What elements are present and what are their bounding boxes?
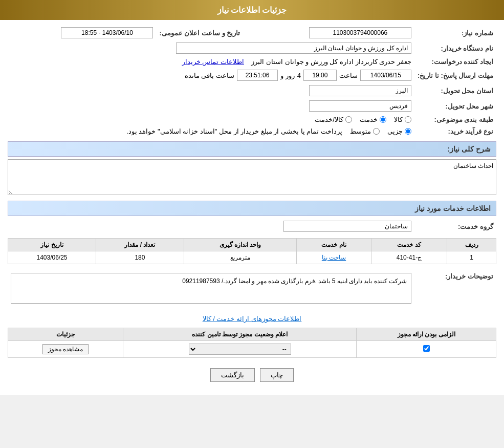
content-area: شماره نیاز: تاریخ و ساعت اعلان عمومی: نا… (0, 20, 504, 395)
service-group-value (8, 219, 414, 234)
purchase-note-text: پرداخت تمام یا بخشی از مبلغ خریدار از مح… (126, 127, 342, 135)
general-desc-header: شرح کلی نیاز: (8, 141, 496, 157)
remaining-label: ساعت باقی مانده (185, 72, 234, 79)
category-radio-khidmat[interactable] (380, 116, 386, 123)
purchase-type-jozii[interactable]: جزیی (387, 127, 411, 135)
purchase-radio-jozii[interactable] (405, 128, 411, 135)
back-button[interactable]: بازگشت (210, 368, 255, 382)
services-table: ردیف کد خدمت نام خدمت واحد اندازه گیری ت… (8, 238, 496, 264)
jozii-label: جزیی (387, 127, 403, 135)
perm-col-required: الزامی بودن ارائه مجوز (357, 328, 496, 341)
table-row: 1 ج-41-410 ساخت بنا مترمربع 180 1403/06/… (8, 251, 496, 264)
perm-col-details: جزئیات (8, 328, 123, 341)
general-desc-area: احداث ساختمان (8, 159, 496, 197)
kala-khidmat-label: کالا/خدمت (315, 116, 343, 123)
perm-status-cell: -- (123, 341, 357, 358)
khidmat-label: خدمت (360, 116, 378, 123)
announcement-date-label: تاریخ و ساعت اعلان عمومی: (156, 25, 250, 40)
purchase-type-label: نوع فرآیند خرید: (414, 125, 496, 137)
date-cell: 1403/06/25 (8, 251, 96, 264)
buyer-org-input[interactable] (176, 42, 411, 54)
print-button[interactable]: چاپ (260, 368, 294, 382)
creator-row: ایجاد کننده درخواست: جعفر حدری کاربرداز … (8, 56, 496, 68)
services-table-head: ردیف کد خدمت نام خدمت واحد اندازه گیری ت… (8, 239, 496, 251)
page-header: جزئیات اطلاعات نیاز (0, 0, 504, 20)
purchase-note-item: پرداخت تمام یا بخشی از مبلغ خریدار از مح… (126, 127, 342, 135)
notice-number-row: شماره نیاز: تاریخ و ساعت اعلان عمومی: (8, 25, 496, 40)
city-input[interactable] (309, 100, 411, 112)
purchase-radio-mutavasit[interactable] (373, 128, 380, 135)
remaining-time-input[interactable] (237, 70, 278, 81)
response-deadline-value: ساعت 4 روز و ساعت باقی مانده (8, 68, 414, 83)
buyer-notes-table: توضیحات خریدار: شرکت کننده باید دارای اب… (8, 268, 496, 308)
category-khidmat[interactable]: خدمت (360, 116, 386, 123)
buyer-org-label: نام دستگاه خریدار: (414, 40, 496, 56)
creator-label: ایجاد کننده درخواست: (414, 56, 496, 68)
col-quantity: تعداد / مقدار (96, 239, 184, 251)
quantity-cell: 180 (96, 251, 184, 264)
buyer-notes-value: شرکت کننده باید دارای ابنیه 5 باشد .فرم … (8, 268, 414, 308)
province-row: استان محل تحویل: (8, 83, 496, 98)
city-value (8, 98, 414, 114)
category-radio-kala-khidmat[interactable] (345, 116, 352, 123)
view-permit-button[interactable]: مشاهده مجوز (42, 344, 89, 354)
notice-number-input[interactable] (309, 27, 411, 38)
service-group-input[interactable] (283, 221, 411, 232)
announcement-date-input[interactable] (61, 27, 153, 38)
purchase-type-row: نوع فرآیند خرید: پرداخت تمام یا بخشی از … (8, 125, 496, 137)
category-label: طبقه بندی موضوعی: (414, 114, 496, 125)
permissions-table-head: الزامی بودن ارائه مجوز اعلام وضعیت مجوز … (8, 328, 496, 341)
service-code-cell: ج-41-410 (371, 251, 447, 264)
notice-number-value (250, 25, 414, 40)
permissions-table: الزامی بودن ارائه مجوز اعلام وضعیت مجوز … (8, 328, 496, 358)
col-row-num: ردیف (447, 239, 496, 251)
bottom-buttons: چاپ بازگشت (8, 360, 496, 390)
response-deadline-row: مهلت ارسال پاسخ: تا تاریخ: ساعت 4 روز و … (8, 68, 496, 83)
permissions-row: -- مشاهده مجوز (8, 341, 496, 358)
col-service-name: نام خدمت (297, 239, 371, 251)
col-service-code: کد خدمت (371, 239, 447, 251)
row-num-cell: 1 (447, 251, 496, 264)
notice-number-label: شماره نیاز: (414, 25, 496, 40)
general-desc-label: شرح کلی نیاز: (448, 145, 491, 153)
permissions-header-row: الزامی بودن ارائه مجوز اعلام وضعیت مجوز … (8, 328, 496, 341)
purchase-type-value: پرداخت تمام یا بخشی از مبلغ خریدار از مح… (8, 125, 414, 137)
buyer-notes-row: توضیحات خریدار: شرکت کننده باید دارای اب… (8, 268, 496, 308)
perm-details-cell: مشاهده مجوز (8, 341, 123, 358)
perm-status-select[interactable]: -- (189, 344, 291, 355)
permissions-section-label: اطلاعات مجوزهای ارائه خدمت / کالا (203, 315, 302, 323)
purchase-type-group: پرداخت تمام یا بخشی از مبلغ خریدار از مح… (11, 127, 411, 135)
category-radio-group: کالا/خدمت خدمت کالا (11, 116, 411, 123)
category-kala[interactable]: کالا (394, 116, 411, 123)
services-section-label: اطلاعات خدمات مورد نیاز (415, 204, 491, 212)
days-remaining-value: 4 (297, 72, 301, 79)
response-date-input[interactable] (360, 70, 411, 81)
city-row: شهر محل تحویل: (8, 98, 496, 114)
kala-label: کالا (394, 116, 403, 123)
category-radio-kala[interactable] (405, 116, 411, 123)
deadline-time-container: ساعت 4 روز و ساعت باقی مانده (11, 70, 411, 81)
province-value (8, 83, 414, 98)
services-table-body: 1 ج-41-410 ساخت بنا مترمربع 180 1403/06/… (8, 251, 496, 264)
general-desc-textarea[interactable]: احداث ساختمان (8, 159, 496, 195)
time-label: ساعت (339, 72, 358, 79)
buyer-notes-area: شرکت کننده باید دارای ابنیه 5 باشد .فرم … (11, 273, 411, 304)
contact-link[interactable]: اطلاعات تماس خریدار (182, 58, 244, 66)
page-container: جزئیات اطلاعات نیاز شماره نیاز: تاریخ و … (0, 0, 504, 395)
service-name-link[interactable]: ساخت بنا (322, 254, 346, 261)
response-time-input[interactable] (303, 70, 337, 81)
services-table-header-row: ردیف کد خدمت نام خدمت واحد اندازه گیری ت… (8, 239, 496, 251)
category-kala-khidmat[interactable]: کالا/خدمت (315, 116, 352, 123)
service-group-label: گروه خدمت: (414, 219, 496, 234)
permissions-section-link[interactable]: اطلاعات مجوزهای ارائه خدمت / کالا (8, 312, 496, 325)
perm-required-checkbox[interactable] (423, 345, 430, 352)
service-group-row: گروه خدمت: (8, 219, 496, 234)
province-input[interactable] (309, 85, 411, 96)
perm-col-status: اعلام وضعیت مجوز توسط تامین کننده (123, 328, 357, 341)
service-group-table: گروه خدمت: (8, 219, 496, 234)
col-date: تاریخ نیاز (8, 239, 96, 251)
purchase-type-mutavasit[interactable]: متوسط (350, 127, 380, 135)
mutavasit-label: متوسط (350, 127, 371, 135)
permissions-table-body: -- مشاهده مجوز (8, 341, 496, 358)
announcement-date-value (8, 25, 156, 40)
